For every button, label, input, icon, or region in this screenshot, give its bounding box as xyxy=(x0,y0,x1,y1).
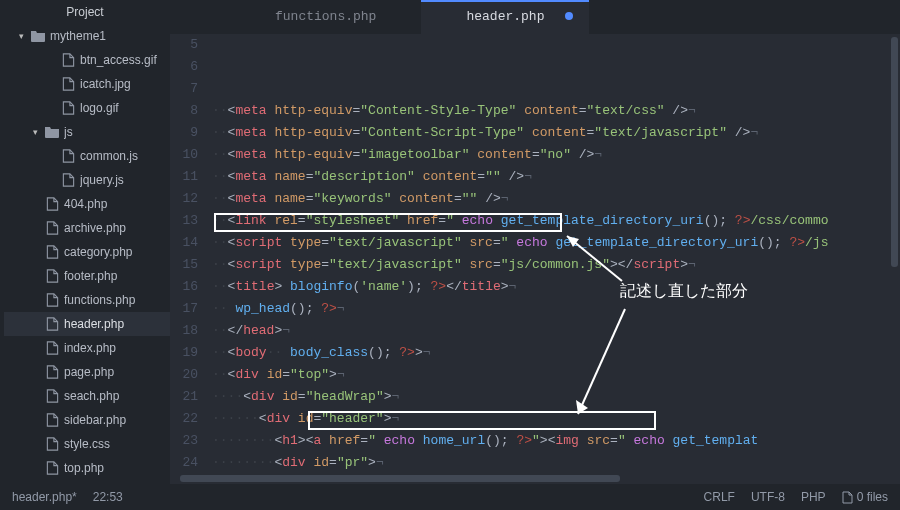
tree-item-label: page.php xyxy=(64,365,114,379)
code-line[interactable]: ··<title> bloginfo('name'); ?></title>¬ xyxy=(212,276,889,298)
tree-item-label: 404.php xyxy=(64,197,107,211)
tree-item-label: btn_access.gif xyxy=(80,53,157,67)
tree-root-label: mytheme1 xyxy=(50,29,106,43)
tree-item-label: icatch.jpg xyxy=(80,77,131,91)
tree-item-btn_access-gif[interactable]: btn_access.gif xyxy=(4,48,170,72)
file-icon xyxy=(45,341,59,355)
tree-item-label: common.js xyxy=(80,149,138,163)
tab-functions[interactable]: functions.php xyxy=(230,0,421,34)
code-line[interactable]: ··<meta http-equiv="Content-Style-Type" … xyxy=(212,100,889,122)
file-icon xyxy=(61,53,75,67)
svg-line-2 xyxy=(578,309,625,414)
code-line[interactable]: ··<meta name="keywords" content="" />¬ xyxy=(212,188,889,210)
project-sidebar: Project ▾ mytheme1 btn_access.gificatch.… xyxy=(0,0,170,484)
line-number: 20 xyxy=(170,364,212,386)
tree-item-top-php[interactable]: top.php xyxy=(4,456,170,480)
tree-item-404-php[interactable]: 404.php xyxy=(4,192,170,216)
line-number: 22 xyxy=(170,408,212,430)
tree-item-icatch-jpg[interactable]: icatch.jpg xyxy=(4,72,170,96)
status-position[interactable]: 22:53 xyxy=(93,490,123,504)
file-icon xyxy=(61,77,75,91)
line-number: 10 xyxy=(170,144,212,166)
tree-item-label: logo.gif xyxy=(80,101,119,115)
tree-item-jquery-js[interactable]: jquery.js xyxy=(4,168,170,192)
tree-item-label: js xyxy=(64,125,73,139)
line-gutter: 5678910111213141516171819202122232425 xyxy=(170,34,212,473)
code-editor[interactable]: 5678910111213141516171819202122232425 ··… xyxy=(170,34,900,473)
file-icon xyxy=(45,197,59,211)
tree-item-common-js[interactable]: common.js xyxy=(4,144,170,168)
code-line[interactable]: ··<body·· body_class(); ?>>¬ xyxy=(212,342,889,364)
tree-item-label: header.php xyxy=(64,317,124,331)
code-line[interactable]: ········<div id="pr">¬ xyxy=(212,452,889,473)
tree-item-header-php[interactable]: header.php xyxy=(4,312,170,336)
file-icon xyxy=(45,317,59,331)
line-number: 7 xyxy=(170,78,212,100)
tree-root-folder[interactable]: ▾ mytheme1 xyxy=(4,24,170,48)
code-area[interactable]: ··<meta http-equiv="Content-Style-Type" … xyxy=(212,34,889,473)
status-language[interactable]: PHP xyxy=(801,490,826,504)
tree-item-footer-php[interactable]: footer.php xyxy=(4,264,170,288)
code-line[interactable]: ··<div id="top">¬ xyxy=(212,364,889,386)
tree-item-label: style.css xyxy=(64,437,110,451)
status-file[interactable]: header.php* xyxy=(12,490,77,504)
tree-item-label: top.php xyxy=(64,461,104,475)
line-number: 24 xyxy=(170,452,212,473)
line-number: 12 xyxy=(170,188,212,210)
sidebar-title: Project xyxy=(0,0,170,24)
horizontal-scrollbar[interactable] xyxy=(170,473,900,484)
tree-item-label: category.php xyxy=(64,245,133,259)
tree-item-functions-php[interactable]: functions.php xyxy=(4,288,170,312)
status-files[interactable]: 0 files xyxy=(842,490,888,504)
tree-item-label: jquery.js xyxy=(80,173,124,187)
file-icon xyxy=(45,413,59,427)
code-line[interactable]: ··</head>¬ xyxy=(212,320,889,342)
line-number: 6 xyxy=(170,56,212,78)
file-icon xyxy=(45,461,59,475)
code-line[interactable]: ··<meta name="description" content="" />… xyxy=(212,166,889,188)
tree-item-style-css[interactable]: style.css xyxy=(4,432,170,456)
file-icon xyxy=(45,221,59,235)
code-line[interactable]: ··<script type="text/javascript" src="js… xyxy=(212,254,889,276)
vertical-scrollbar[interactable] xyxy=(889,34,900,473)
svg-marker-3 xyxy=(576,400,588,414)
tree-item-category-php[interactable]: category.php xyxy=(4,240,170,264)
tab-label: header.php xyxy=(466,9,544,24)
file-icon xyxy=(45,365,59,379)
line-number: 5 xyxy=(170,34,212,56)
line-number: 9 xyxy=(170,122,212,144)
line-number: 11 xyxy=(170,166,212,188)
file-icon xyxy=(842,491,853,504)
code-line[interactable]: ··<script type="text/javascript" src=" e… xyxy=(212,232,889,254)
tree-item-js[interactable]: ▾js xyxy=(4,120,170,144)
file-icon xyxy=(45,293,59,307)
line-number: 14 xyxy=(170,232,212,254)
editor-pane: functions.php header.php 567891011121314… xyxy=(170,0,900,484)
tree-item-logo-gif[interactable]: logo.gif xyxy=(4,96,170,120)
tree-item-sidebar-php[interactable]: sidebar.php xyxy=(4,408,170,432)
line-number: 8 xyxy=(170,100,212,122)
code-line[interactable]: ·· wp_head(); ?>¬ xyxy=(212,298,889,320)
tree-item-archive-php[interactable]: archive.php xyxy=(4,216,170,240)
tree-item-seach-php[interactable]: seach.php xyxy=(4,384,170,408)
status-eol[interactable]: CRLF xyxy=(704,490,735,504)
line-number: 18 xyxy=(170,320,212,342)
code-line[interactable]: ··<meta http-equiv="imagetoolbar" conten… xyxy=(212,144,889,166)
tree-item-index-php[interactable]: index.php xyxy=(4,336,170,360)
code-line[interactable]: ··<meta http-equiv="Content-Script-Type"… xyxy=(212,122,889,144)
line-number: 15 xyxy=(170,254,212,276)
chevron-icon: ▾ xyxy=(30,127,40,137)
status-encoding[interactable]: UTF-8 xyxy=(751,490,785,504)
file-tree: ▾ mytheme1 btn_access.gificatch.jpglogo.… xyxy=(0,24,170,480)
line-number: 21 xyxy=(170,386,212,408)
code-line[interactable]: ····<div id="headWrap">¬ xyxy=(212,386,889,408)
tab-header[interactable]: header.php xyxy=(421,0,589,34)
tab-bar: functions.php header.php xyxy=(170,0,900,34)
tab-label: functions.php xyxy=(275,9,376,24)
status-bar: header.php* 22:53 CRLF UTF-8 PHP 0 files xyxy=(0,484,900,510)
file-icon xyxy=(45,437,59,451)
code-line[interactable]: ········<h1><a href=" echo home_url(); ?… xyxy=(212,430,889,452)
file-icon xyxy=(45,269,59,283)
tree-item-page-php[interactable]: page.php xyxy=(4,360,170,384)
file-icon xyxy=(45,389,59,403)
